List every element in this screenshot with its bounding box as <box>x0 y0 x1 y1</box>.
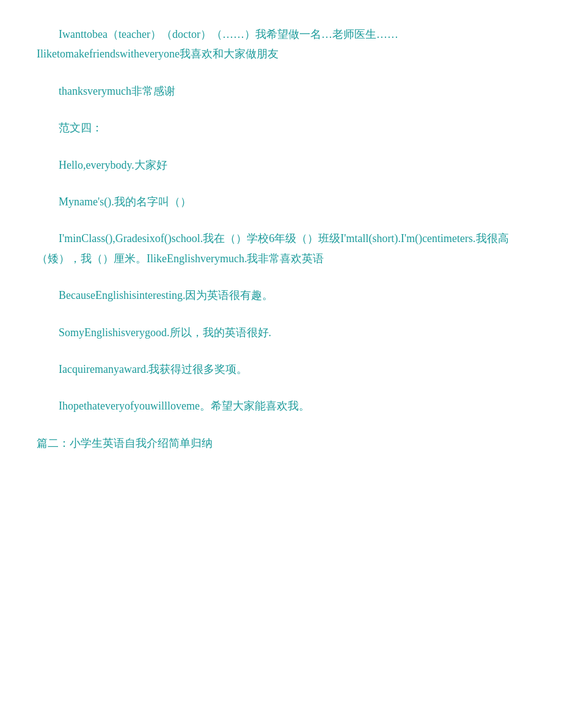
paragraph-7-text: BecauseEnglishisinteresting.因为英语很有趣。 <box>59 289 273 301</box>
section-title-text: 篇二：小学生英语自我介绍简单归纳 <box>37 437 213 449</box>
paragraph-3-text: 范文四： <box>59 122 103 134</box>
section-title: 篇二：小学生英语自我介绍简单归纳 <box>37 433 525 453</box>
paragraph-8-text: SomyEnglishisverygood.所以，我的英语很好. <box>59 326 271 339</box>
main-content: Iwanttobea（teacher）（doctor）（……）我希望做一名…老师… <box>37 24 525 453</box>
paragraph-6: I'minClass(),Gradesixof()school.我在（）学校6年… <box>37 229 525 268</box>
paragraph-9-text: Iacquiremanyaward.我获得过很多奖项。 <box>59 363 247 375</box>
paragraph-6-text: I'minClass(),Gradesixof()school.我在（）学校6年… <box>37 232 509 264</box>
paragraph-2: thanksverymuch非常感谢 <box>37 81 525 101</box>
paragraph-7: BecauseEnglishisinteresting.因为英语很有趣。 <box>37 285 525 305</box>
paragraph-10-text: Ihopethateveryofyouwillloveme。希望大家能喜欢我。 <box>59 400 310 412</box>
paragraph-1-text: Iwanttobea（teacher）（doctor）（……）我希望做一名…老师… <box>37 28 398 60</box>
paragraph-9: Iacquiremanyaward.我获得过很多奖项。 <box>37 359 525 379</box>
paragraph-4: Hello,everybody.大家好 <box>37 155 525 175</box>
paragraph-1: Iwanttobea（teacher）（doctor）（……）我希望做一名…老师… <box>37 24 525 64</box>
paragraph-3: 范文四： <box>37 118 525 138</box>
paragraph-8: SomyEnglishisverygood.所以，我的英语很好. <box>37 323 525 342</box>
paragraph-10: Ihopethateveryofyouwillloveme。希望大家能喜欢我。 <box>37 396 525 416</box>
paragraph-5: Myname's().我的名字叫（） <box>37 192 525 211</box>
paragraph-5-text: Myname's().我的名字叫（） <box>59 196 191 208</box>
paragraph-2-text: thanksverymuch非常感谢 <box>59 85 175 97</box>
paragraph-4-text: Hello,everybody.大家好 <box>59 159 167 171</box>
